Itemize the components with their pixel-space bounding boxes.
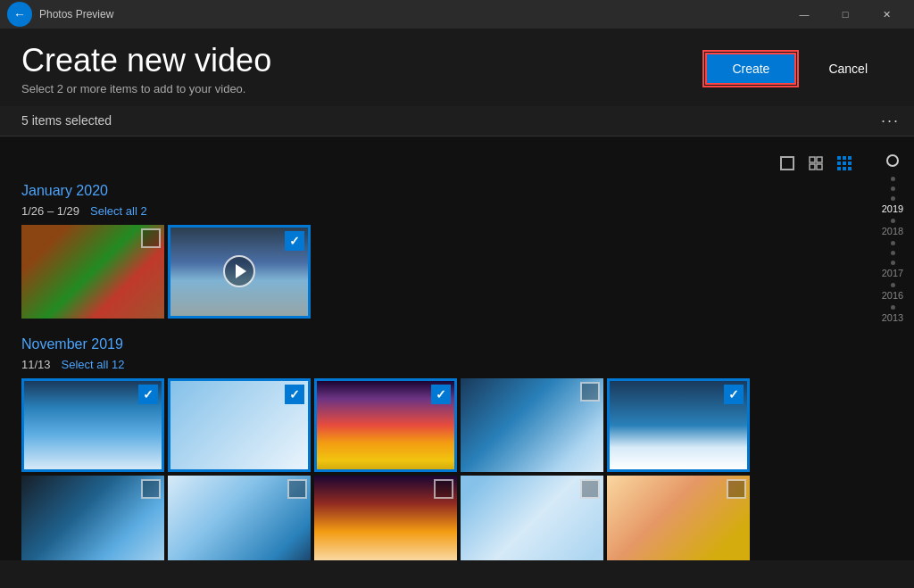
minimize-icon: —	[800, 9, 810, 20]
svg-rect-13	[848, 167, 852, 170]
photo-item[interactable]	[607, 378, 750, 472]
back-icon: ←	[13, 7, 26, 21]
photo-checkbox[interactable]	[141, 228, 161, 248]
photo-browser[interactable]: January 2020 1/26 – 1/29 Select all 2 No…	[0, 137, 871, 560]
photo-item[interactable]	[607, 476, 750, 560]
title-bar: ← Photos Preview — □ ✕	[0, 0, 914, 29]
svg-rect-0	[781, 157, 794, 170]
svg-rect-1	[810, 157, 815, 162]
timeline-handle[interactable]	[886, 154, 899, 167]
photo-item[interactable]	[314, 378, 457, 472]
photo-checkbox[interactable]	[727, 479, 746, 499]
page-title: Create new video	[21, 43, 705, 79]
section-date-row: 1/26 – 1/29 Select all 2	[21, 204, 857, 218]
svg-rect-6	[843, 156, 846, 160]
svg-rect-9	[843, 161, 846, 165]
section-month-label: January 2020	[21, 183, 857, 199]
photo-item[interactable]	[21, 476, 164, 560]
svg-rect-8	[837, 161, 841, 165]
svg-rect-2	[817, 157, 822, 162]
photo-checkbox[interactable]	[285, 231, 304, 251]
grid-large-view-button[interactable]	[832, 151, 857, 176]
svg-rect-4	[817, 164, 822, 170]
play-button[interactable]	[223, 255, 255, 287]
photo-item[interactable]	[21, 225, 164, 319]
timeline-dot	[891, 283, 895, 287]
svg-rect-5	[837, 156, 841, 160]
content-area: January 2020 1/26 – 1/29 Select all 2 No…	[0, 137, 914, 560]
close-button[interactable]: ✕	[866, 0, 907, 29]
section-january-2020: January 2020 1/26 – 1/29 Select all 2	[21, 183, 857, 319]
select-all-nov-link[interactable]: Select all 12	[62, 358, 125, 371]
section-november-2019: November 2019 11/13 Select all 12	[21, 336, 857, 560]
timeline-dot	[891, 186, 895, 191]
photo-grid-nov-row2	[21, 476, 857, 560]
photo-checkbox[interactable]	[141, 479, 161, 499]
timeline-year-2018[interactable]: 2018	[882, 226, 903, 236]
photo-item[interactable]	[314, 476, 457, 560]
timeline-dot	[891, 241, 895, 245]
svg-rect-7	[848, 156, 852, 160]
single-view-button[interactable]	[775, 151, 800, 176]
header-actions: Create Cancel	[705, 53, 893, 85]
header-text: Create new video Select 2 or more items …	[21, 43, 705, 95]
create-button[interactable]: Create	[705, 53, 796, 85]
timeline-year-2016[interactable]: 2016	[882, 290, 903, 301]
photo-checkbox[interactable]	[431, 385, 451, 404]
timeline-dot	[891, 196, 895, 201]
app-title: Photos Preview	[39, 8, 784, 21]
close-icon: ✕	[883, 9, 891, 21]
window-controls: — □ ✕	[784, 0, 907, 29]
cancel-button[interactable]: Cancel	[803, 53, 893, 85]
photo-checkbox[interactable]	[580, 382, 600, 402]
photo-item[interactable]	[168, 378, 311, 472]
selected-count: 5 items selected	[14, 113, 881, 128]
timeline-dot	[891, 261, 895, 265]
photo-item[interactable]	[461, 476, 603, 560]
photo-checkbox[interactable]	[724, 385, 744, 404]
timeline-dot	[891, 251, 895, 255]
photo-checkbox[interactable]	[434, 479, 453, 499]
toolbar: 5 items selected ···	[0, 106, 914, 137]
photo-checkbox[interactable]	[285, 385, 304, 404]
section-date-range: 11/13	[21, 358, 51, 371]
more-options-button[interactable]: ···	[881, 112, 900, 130]
view-toggle	[21, 144, 857, 183]
photo-item[interactable]	[461, 378, 603, 472]
photo-item[interactable]	[168, 225, 311, 319]
header: Create new video Select 2 or more items …	[0, 29, 914, 106]
photo-checkbox[interactable]	[287, 479, 307, 499]
maximize-icon: □	[843, 9, 849, 20]
back-button[interactable]: ←	[7, 2, 32, 27]
timeline-year-2017[interactable]: 2017	[882, 268, 903, 278]
section-date-range: 1/26 – 1/29	[21, 204, 79, 218]
timeline-year-2013[interactable]: 2013	[882, 312, 903, 323]
svg-rect-10	[848, 161, 852, 165]
timeline-sidebar: 2019 2018 2017 2016 2013	[871, 137, 914, 560]
timeline-dot	[891, 177, 895, 181]
photo-checkbox[interactable]	[138, 385, 158, 404]
section-date-row: 11/13 Select all 12	[21, 358, 857, 371]
photo-checkbox[interactable]	[580, 479, 600, 499]
timeline-dot	[891, 219, 895, 223]
photo-item[interactable]	[21, 378, 164, 472]
timeline-year-2019[interactable]: 2019	[882, 203, 903, 214]
photo-grid-nov	[21, 378, 857, 472]
maximize-button[interactable]: □	[825, 0, 866, 29]
photo-grid-jan	[21, 225, 857, 319]
select-all-jan-link[interactable]: Select all 2	[90, 204, 147, 218]
timeline-dot	[891, 305, 895, 310]
section-month-label: November 2019	[21, 336, 857, 352]
grid-small-view-button[interactable]	[803, 151, 828, 176]
svg-rect-11	[837, 167, 841, 170]
minimize-button[interactable]: —	[784, 0, 825, 29]
page-subtitle: Select 2 or more items to add to your vi…	[21, 82, 705, 95]
svg-rect-3	[810, 164, 815, 170]
svg-rect-12	[843, 167, 846, 170]
photo-item[interactable]	[168, 476, 311, 560]
